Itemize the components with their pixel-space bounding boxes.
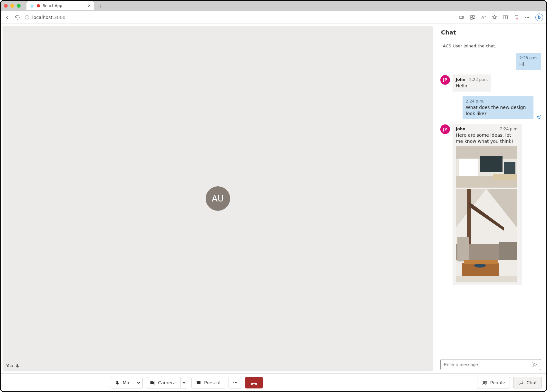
mic-button[interactable]: Mic <box>111 377 143 388</box>
camera-label: Camera <box>158 380 176 385</box>
svg-point-44 <box>235 382 236 383</box>
sender-avatar: JP <box>440 75 450 85</box>
window-close-button[interactable] <box>4 4 8 8</box>
mic-off-icon <box>114 380 120 386</box>
message-text: What does the new design look like? <box>466 104 530 117</box>
read-receipt-icon <box>537 115 541 119</box>
participant-initials: AU <box>212 194 224 203</box>
svg-point-14 <box>525 17 526 17</box>
window-minimize-button[interactable] <box>10 4 14 8</box>
svg-point-47 <box>485 381 487 382</box>
refresh-button[interactable] <box>14 14 21 21</box>
svg-point-15 <box>527 17 528 17</box>
message-input[interactable] <box>444 360 531 369</box>
call-controls-bar: Mic Camera Present People <box>1 373 546 391</box>
chat-toggle-label: Chat <box>526 380 537 385</box>
hangup-button[interactable] <box>245 377 263 388</box>
chat-icon <box>518 380 524 386</box>
message-time: 2:23 p.m. <box>519 55 538 61</box>
react-favicon-icon <box>30 4 34 8</box>
video-popup-icon[interactable] <box>459 15 464 20</box>
tab-title: React App <box>43 4 62 8</box>
video-stage: AU You <box>3 26 433 371</box>
present-button[interactable]: Present <box>191 377 225 388</box>
message-time: 2:24 p.m. <box>466 99 530 104</box>
chat-toggle-button[interactable]: Chat <box>513 377 542 388</box>
svg-point-13 <box>516 17 518 19</box>
chat-message-mine: 2:23 p.m. Hi <box>440 53 541 70</box>
recording-indicator-icon <box>37 4 40 7</box>
self-video-label: You <box>6 364 20 368</box>
image-attachment[interactable] <box>456 189 517 282</box>
split-screen-icon[interactable] <box>503 15 508 20</box>
url-host: localhost <box>32 15 53 20</box>
svg-rect-7 <box>460 16 463 19</box>
browser-toolbar: localhost:3000 b <box>1 11 546 24</box>
chat-message-other: JP John2:24 p.m. Here are some ideas, le… <box>440 124 541 285</box>
hangup-icon <box>250 379 258 386</box>
svg-rect-9 <box>473 15 474 17</box>
back-button[interactable] <box>4 14 10 21</box>
url-port: :3000 <box>53 15 65 20</box>
people-label: People <box>490 380 505 385</box>
svg-point-46 <box>483 381 485 383</box>
svg-point-45 <box>236 382 237 383</box>
present-icon <box>196 380 201 386</box>
chat-panel: Chat ACS User joined the chat. 2:23 p.m.… <box>435 24 546 373</box>
message-sender: John <box>456 126 465 132</box>
camera-options-chevron[interactable] <box>180 377 187 388</box>
svg-rect-35 <box>464 260 498 264</box>
sender-avatar: JP <box>440 124 450 134</box>
svg-point-16 <box>528 17 529 17</box>
message-time: 2:24 p.m. <box>500 126 519 132</box>
browser-tab[interactable]: React App ✕ <box>26 1 94 10</box>
svg-rect-25 <box>493 174 517 180</box>
site-info-icon <box>24 15 30 20</box>
camera-off-icon <box>150 380 155 386</box>
close-tab-button[interactable]: ✕ <box>88 4 91 8</box>
svg-rect-8 <box>471 15 472 17</box>
svg-point-0 <box>32 5 32 6</box>
message-compose[interactable] <box>440 359 541 370</box>
more-menu-icon[interactable] <box>524 15 530 20</box>
address-bar[interactable]: localhost:3000 <box>24 15 65 20</box>
chat-message-other: JP John2:23 p.m. Hello <box>440 74 541 92</box>
bing-button[interactable]: b <box>535 14 543 21</box>
image-attachment[interactable] <box>456 146 517 188</box>
message-sender: John <box>456 77 465 82</box>
chat-title: Chat <box>435 24 546 39</box>
more-icon <box>232 380 238 386</box>
svg-rect-33 <box>457 237 469 261</box>
svg-rect-32 <box>499 242 517 260</box>
new-tab-button[interactable]: + <box>98 3 102 9</box>
browser-tab-bar: React App ✕ + <box>1 1 546 11</box>
self-label-text: You <box>6 364 13 368</box>
camera-button[interactable]: Camera <box>146 377 188 388</box>
mic-muted-icon <box>15 364 20 368</box>
people-icon <box>482 380 488 386</box>
svg-rect-22 <box>480 156 503 172</box>
window-controls <box>4 4 21 8</box>
collections-icon[interactable] <box>513 15 519 20</box>
chat-message-mine: 2:24 p.m. What does the new design look … <box>440 96 541 119</box>
send-button[interactable] <box>531 360 539 369</box>
message-text: Here are some ideas, let me know what yo… <box>456 132 519 144</box>
message-text: Hi <box>519 61 538 67</box>
extensions-icon[interactable] <box>470 15 475 20</box>
text-size-icon[interactable] <box>481 15 486 20</box>
svg-point-36 <box>474 264 486 268</box>
present-label: Present <box>204 380 221 385</box>
mic-label: Mic <box>123 380 131 385</box>
more-actions-button[interactable] <box>229 377 242 388</box>
message-time: 2:23 p.m. <box>469 77 488 82</box>
system-message: ACS User joined the chat. <box>440 41 541 53</box>
svg-rect-37 <box>456 276 517 282</box>
chat-messages[interactable]: ACS User joined the chat. 2:23 p.m. Hi J… <box>435 39 546 356</box>
participant-avatar: AU <box>206 186 230 211</box>
window-maximize-button[interactable] <box>17 4 21 8</box>
svg-rect-10 <box>471 17 472 19</box>
favorite-icon[interactable] <box>492 15 497 20</box>
svg-rect-23 <box>504 162 515 175</box>
mic-options-chevron[interactable] <box>135 377 142 388</box>
people-button[interactable]: People <box>477 377 510 388</box>
